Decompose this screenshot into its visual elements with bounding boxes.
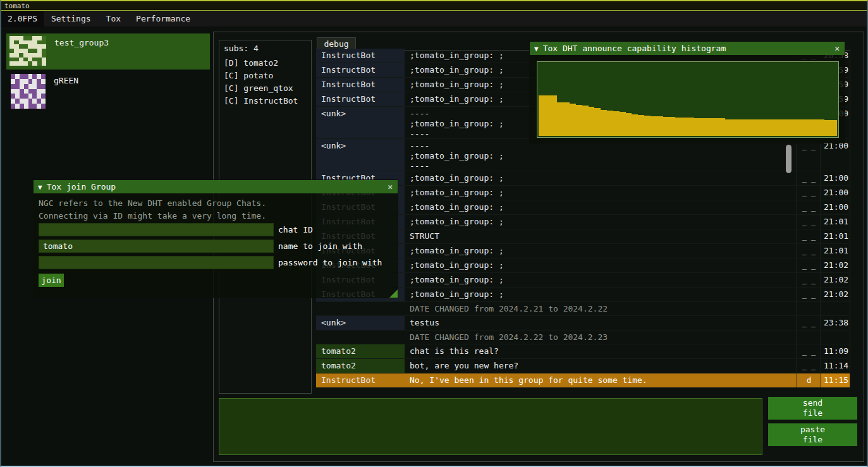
fps-counter: 2.0FPS [1,11,44,27]
date-separator-row[interactable]: DATE CHANGED from 2024.2.21 to 2024.2.22 [316,302,850,316]
close-icon[interactable]: ✕ [834,42,840,55]
message-status [797,302,821,315]
histogram-bar [793,119,800,136]
subs-list-item[interactable]: [D] tomato2 [219,57,311,70]
message-time [821,331,850,344]
message-time: 21:01 [821,229,850,243]
message-text: ;tomato_in_group: ; [405,244,797,258]
collapse-arrow-icon[interactable]: ▼ [534,45,539,53]
group-item-green[interactable]: gREEN [6,71,210,111]
close-icon[interactable]: ✕ [388,180,393,193]
join-window-title: Tox join Group [47,182,116,191]
subs-list-item[interactable]: [C] potato [219,70,311,82]
menu-item-tox[interactable]: Tox [99,11,128,27]
dht-histogram-window: ▼Tox DHT announce capability histogram ✕ [529,41,845,143]
histogram-bar [613,111,620,136]
message-status: _ _ [797,344,821,358]
message-text: ;tomato_in_group: ; [405,215,797,229]
histogram-bar [682,118,688,136]
message-status: _ _ [797,171,821,185]
join-password-input[interactable] [39,256,274,269]
message-text: ;tomato_in_group: ; [405,171,797,185]
group-name: test_group3 [54,38,109,70]
histogram-bar [738,119,744,136]
subs-list-item[interactable]: [C] green_qtox [219,82,311,95]
message-status: _ _ [797,244,821,258]
group-list: test_group3 gREEN [6,33,210,112]
menu-item-settings[interactable]: Settings [44,11,99,27]
histogram-bar [539,95,545,136]
join-group-window: ▼Tox join Group ✕ NGC refers to the New … [33,179,398,298]
histogram-bar [719,118,725,136]
chat-message-row[interactable]: tomato2bot, are you new here?_ _11:14 [316,359,850,373]
join-button[interactable]: join [39,274,64,287]
histogram-bar [806,119,812,136]
message-time: 21:00 [821,186,850,200]
message-input[interactable] [219,398,762,455]
chat-message-row[interactable]: <unk>testus_ _23:38 [316,316,850,331]
join-name-input[interactable] [39,240,274,253]
message-author: tomato2 [316,359,405,373]
resize-grip[interactable] [389,289,398,298]
paste-file-button[interactable]: paste file [768,423,857,446]
menu-items: SettingsToxPerformance [44,11,198,27]
message-author: InstructBot [316,92,405,106]
message-author: InstructBot [316,49,405,63]
join-name-label: name to join with [278,240,362,253]
message-text: ;tomato_in_group: ; [405,200,797,214]
histogram-bar [824,120,831,136]
histogram-plot [537,61,839,138]
message-status: _ _ [797,258,821,272]
send-file-button[interactable]: send file [768,397,857,420]
histogram-window-titlebar[interactable]: ▼Tox DHT announce capability histogram ✕ [530,42,845,55]
histogram-bar [812,119,818,136]
histogram-bar [594,108,601,136]
collapse-arrow-icon[interactable]: ▼ [38,183,42,191]
chat-id-input[interactable] [39,223,274,236]
message-author: InstructBot [316,373,405,387]
chat-message-row[interactable]: InstructBotNo, I've been in this group f… [316,373,850,388]
histogram-bar [589,107,595,136]
histogram-bar [675,118,682,136]
message-author [316,331,405,344]
chat-scrollbar[interactable] [786,145,792,173]
histogram-bar [712,118,719,136]
menu-item-performance[interactable]: Performance [128,11,198,27]
group-item-test_group3[interactable]: test_group3 [6,33,210,70]
join-window-titlebar[interactable]: ▼Tox join Group ✕ [34,180,398,193]
histogram-bar [607,111,613,136]
message-text: ;tomato_in_group: ; [405,258,797,272]
window-titlebar[interactable]: tomato [1,1,867,11]
message-author: <unk> [316,316,405,330]
histogram-bar [576,105,582,136]
chat-message-row[interactable]: tomato2chat is this real?_ _11:09 [316,344,850,359]
histogram-bar [743,119,750,136]
message-time: 21:01 [821,215,850,229]
message-time: 21:02 [821,258,850,272]
histogram-window-title: Tox DHT announce capability histogram [543,44,726,53]
date-separator-row[interactable]: DATE CHANGED from 2024.2.22 to 2024.2.23 [316,331,850,344]
histogram-bar [781,119,787,136]
histogram-bar [818,119,824,136]
subs-list-item[interactable]: [C] InstructBot [219,95,311,107]
histogram-bar [769,119,775,136]
message-text: ;tomato_in_group: ; [405,273,797,287]
window-title: tomato [4,2,30,10]
group-name: gREEN [54,76,78,111]
histogram-bar [620,112,626,136]
histogram-bar [669,117,675,136]
histogram-bar [688,118,694,136]
message-time: 11:14 [821,359,850,373]
histogram-bar [694,118,700,136]
message-status: _ _ [797,229,821,243]
histogram-bar [557,102,563,136]
message-text: ;tomato_in_group: ; [405,288,797,301]
message-time [821,302,850,315]
chat-message-row[interactable]: <unk>---- ;tomato_in_group: ; ----_ _21:… [316,139,850,171]
message-time: 21:02 [821,273,850,287]
message-text: ;tomato_in_group: ; [405,186,797,200]
message-author [316,302,405,315]
message-time: 11:15 [821,373,850,387]
join-info-line-1: NGC refers to the New DHT enabled Group … [39,198,266,208]
histogram-bar [700,118,707,136]
